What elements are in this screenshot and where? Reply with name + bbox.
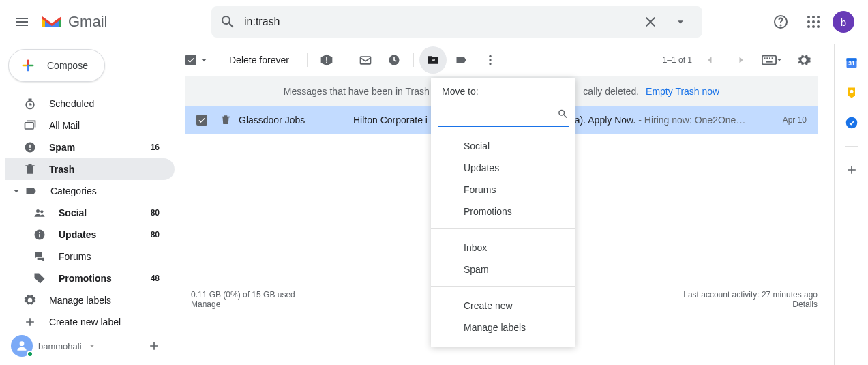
popup-search[interactable] bbox=[438, 102, 569, 127]
popup-item-updates[interactable]: Updates bbox=[431, 157, 575, 179]
more-icon bbox=[483, 53, 497, 67]
popup-item-spam[interactable]: Spam bbox=[431, 259, 575, 280]
sidebar-label: Social bbox=[59, 207, 87, 218]
sidebar-item-trash[interactable]: Trash bbox=[5, 158, 175, 180]
checkmark-icon bbox=[198, 115, 206, 125]
clock-icon bbox=[387, 53, 401, 67]
sidebar-item-categories[interactable]: Categories bbox=[5, 180, 175, 202]
compose-label: Compose bbox=[47, 60, 88, 71]
mark-unread-button[interactable] bbox=[352, 46, 379, 74]
sidebar-label: Scheduled bbox=[49, 98, 94, 109]
trash-icon bbox=[220, 114, 232, 126]
svg-rect-22 bbox=[326, 62, 327, 63]
keep-icon[interactable] bbox=[845, 86, 858, 100]
gear-icon bbox=[23, 293, 37, 307]
report-spam-button[interactable] bbox=[313, 46, 340, 74]
people-icon bbox=[33, 206, 46, 220]
close-icon bbox=[642, 14, 659, 30]
compose-button[interactable]: Compose bbox=[8, 49, 105, 82]
email-date: Apr 10 bbox=[783, 115, 807, 125]
sidebar-category-promotions[interactable]: Promotions 48 bbox=[5, 267, 175, 289]
popup-item-social[interactable]: Social bbox=[431, 135, 575, 157]
svg-rect-15 bbox=[29, 149, 31, 151]
get-addons-button[interactable] bbox=[845, 163, 858, 177]
sidebar-item-allmail[interactable]: All Mail bbox=[5, 115, 175, 136]
main-content: Delete forever 1–1 of 1 bbox=[175, 44, 834, 365]
select-dropdown[interactable] bbox=[198, 54, 210, 66]
popup-search-input[interactable] bbox=[438, 108, 557, 119]
svg-point-2 bbox=[807, 16, 810, 18]
search-icon bbox=[220, 14, 236, 30]
dropdown-icon bbox=[775, 56, 783, 64]
banner-text-left: Messages that have been in Trash m bbox=[284, 86, 440, 97]
input-tools-button[interactable] bbox=[759, 46, 786, 74]
popup-item-inbox[interactable]: Inbox bbox=[431, 237, 575, 259]
hamburger-icon bbox=[14, 14, 30, 30]
sidebar-create-label[interactable]: Create new label bbox=[5, 311, 175, 333]
details-link[interactable]: Details bbox=[792, 300, 818, 309]
sidebar-manage-labels[interactable]: Manage labels bbox=[5, 289, 175, 311]
chevron-down-icon bbox=[10, 185, 23, 197]
hangouts-avatar[interactable] bbox=[11, 335, 33, 357]
popup-manage-labels[interactable]: Manage labels bbox=[431, 317, 575, 338]
search-bar[interactable] bbox=[211, 6, 702, 38]
svg-point-17 bbox=[40, 210, 43, 213]
account-avatar[interactable]: b bbox=[833, 11, 854, 33]
move-to-button[interactable] bbox=[419, 46, 447, 74]
svg-rect-33 bbox=[766, 61, 772, 63]
logo-text: Gmail bbox=[68, 13, 107, 31]
search-options-button[interactable] bbox=[667, 8, 694, 35]
svg-rect-23 bbox=[360, 57, 370, 64]
select-all-checkbox[interactable] bbox=[185, 55, 196, 65]
svg-rect-20 bbox=[39, 232, 40, 233]
svg-point-16 bbox=[36, 209, 40, 213]
sidebar-item-scheduled[interactable]: Scheduled bbox=[5, 93, 175, 115]
hangouts-username[interactable]: bammohali bbox=[38, 341, 82, 351]
main-menu-button[interactable] bbox=[5, 5, 38, 38]
snooze-button[interactable] bbox=[380, 46, 408, 74]
dropdown-icon[interactable] bbox=[87, 341, 97, 351]
toolbar: Delete forever 1–1 of 1 bbox=[175, 44, 828, 76]
newer-button[interactable] bbox=[696, 46, 723, 74]
support-button[interactable] bbox=[767, 8, 794, 35]
popup-item-promotions[interactable]: Promotions bbox=[431, 201, 575, 222]
sidebar-category-updates[interactable]: Updates 80 bbox=[5, 224, 175, 246]
delete-forever-button[interactable]: Delete forever bbox=[229, 55, 289, 65]
empty-trash-link[interactable]: Empty Trash now bbox=[646, 86, 719, 97]
dropdown-icon bbox=[674, 15, 687, 29]
sidebar-count: 80 bbox=[151, 230, 166, 239]
row-checkbox[interactable] bbox=[196, 115, 207, 126]
settings-button[interactable] bbox=[790, 46, 818, 74]
sidebar-item-spam[interactable]: Spam 16 bbox=[5, 136, 175, 158]
forum-icon bbox=[33, 250, 46, 263]
popup-create-new[interactable]: Create new bbox=[431, 295, 575, 317]
plus-icon bbox=[147, 339, 161, 353]
logo[interactable]: Gmail bbox=[41, 13, 170, 31]
label-icon bbox=[25, 184, 38, 198]
tasks-icon[interactable] bbox=[845, 116, 858, 130]
subject-part-right: ia). Apply Now. bbox=[573, 115, 636, 126]
svg-point-1 bbox=[781, 25, 781, 26]
person-icon bbox=[15, 339, 29, 353]
banner-text-right: cally deleted. bbox=[583, 86, 639, 97]
new-conversation-button[interactable] bbox=[147, 339, 161, 353]
sidebar-label: Categories bbox=[50, 186, 97, 196]
sidebar-category-social[interactable]: Social 80 bbox=[5, 202, 175, 224]
calendar-icon[interactable]: 31 bbox=[845, 56, 858, 70]
gmail-icon bbox=[41, 14, 63, 30]
more-button[interactable] bbox=[477, 46, 504, 74]
sidebar-category-forums[interactable]: Forums bbox=[5, 246, 175, 267]
allmail-icon bbox=[23, 119, 37, 132]
manage-storage-link[interactable]: Manage bbox=[191, 300, 220, 309]
older-button[interactable] bbox=[728, 46, 755, 74]
svg-rect-28 bbox=[762, 56, 776, 65]
svg-rect-30 bbox=[766, 57, 768, 59]
popup-item-forums[interactable]: Forums bbox=[431, 179, 575, 201]
labels-button[interactable] bbox=[448, 46, 475, 74]
mail-icon bbox=[359, 53, 372, 67]
search-input[interactable] bbox=[244, 16, 637, 28]
clear-search-button[interactable] bbox=[637, 8, 664, 35]
divider bbox=[413, 53, 414, 67]
apps-button[interactable] bbox=[800, 8, 827, 35]
email-snippet: - Hiring now: One2One… bbox=[638, 115, 745, 126]
